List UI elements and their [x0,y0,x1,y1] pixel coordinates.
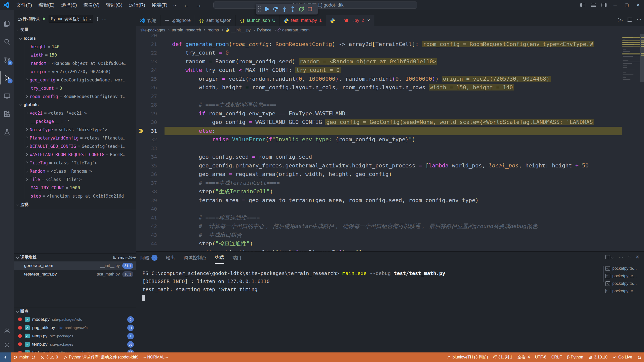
scope-globals[interactable]: globals [14,101,136,109]
variable-row[interactable]: room_config=RoomRequestConfig(env_t… [14,92,136,101]
python-version-item[interactable]: 3.10.10 [586,352,610,362]
menu-item-r[interactable]: 运行(R) [126,1,148,9]
sidebar-more-icon[interactable]: ⋯ [102,16,107,22]
minimap[interactable] [622,34,640,251]
variable-row[interactable]: __package__='' [14,117,136,125]
toggle-secondary-sidebar-icon[interactable] [601,3,607,7]
tab-close-icon[interactable]: × [367,18,370,23]
code-line-34[interactable]: 34 geo_config.seed = room_config.seed [136,153,644,161]
code-line-36[interactable]: 36 geo_area = request_area(origin, width… [136,170,644,179]
minimize-button[interactable]: ─ [609,0,621,10]
terminal-scrollbar[interactable] [603,266,604,282]
maximize-panel-icon[interactable] [628,256,631,258]
remote-indicator[interactable] [0,352,11,362]
breakpoint-checkbox[interactable]: ✓ [25,334,30,338]
code-line-20[interactable]: 20 [136,34,644,40]
step-over-button[interactable] [272,5,279,13]
code-line-25[interactable]: 25 origin = vec2i(random.randint(0, 1000… [136,75,644,83]
drag-grip-icon[interactable] [258,6,261,12]
git-branch-item[interactable]: main* [11,352,38,362]
code-line-31[interactable]: 31 else: [136,127,644,135]
eol-item[interactable]: CRLF [549,352,565,362]
terminal-session-item[interactable]: >_pocketpy te… [605,265,643,272]
notifications-bell-icon[interactable] [635,352,644,362]
gitlens-author-item[interactable]: blueloveTH (3 周前) [444,352,491,362]
code-line-41[interactable]: 41 # ====检查连通性==== [136,213,644,222]
restart-button[interactable] [298,5,305,13]
language-mode-item[interactable]: {} Python [565,352,586,362]
source-control-icon[interactable]: 3 [0,53,14,66]
tab-settingsjson[interactable]: {}settings.json [195,15,236,26]
panel-tab-问题[interactable]: 问题3 [140,252,157,264]
panel-more-icon[interactable]: ⋯ [619,254,623,260]
code-line-24[interactable]: 24 while try_count < MAX_TRY_COUNT:try_c… [136,66,644,75]
terminal-session-item[interactable]: >_pocketpy te… [605,272,643,280]
problems-item[interactable]: 3 0 [38,352,61,362]
encoding-item[interactable]: UTF-8 [532,352,549,362]
cursor-position-item[interactable]: 行 31, 列 1 [491,352,515,362]
toggle-panel-icon[interactable] [591,3,596,7]
menu-item-v[interactable]: 查看(V) [80,1,103,9]
code-line-28[interactable]: 28 # ====生成初始地理信息==== [136,101,644,109]
remote-explorer-icon[interactable] [0,89,14,103]
tab-__init__py[interactable]: __init__.py2× [326,15,374,26]
split-editor-icon[interactable] [627,18,632,22]
code-line-38[interactable]: 38 step("生成TerrainCell") [136,187,644,196]
variable-row[interactable]: MAX_TRY_COUNT=1000 [14,184,136,192]
variable-row[interactable]: geo_config=GeoConfig(seed=None, wor… [14,76,136,84]
extensions-icon[interactable] [0,108,14,121]
debug-config-dropdown[interactable]: Python 调试程序: 启 [49,15,93,23]
variable-row[interactable]: Random=<class 'Random'> [14,167,136,175]
breadcrumb-item[interactable]: terrain_research [172,28,201,32]
variable-row[interactable]: width=150 [14,51,136,59]
code-area[interactable]: 2021def generate_room(room_config: RoomR… [136,34,644,251]
breadcrumb-item[interactable]: generate_room [278,28,310,32]
variable-row[interactable]: Tile=<class 'Tile'> [14,175,136,184]
tab-[interactable]: 欢迎 [136,15,160,26]
code-line-29[interactable]: 29 if room_config.env_type == EnvType.WA… [136,109,644,118]
breakpoint-checkbox[interactable]: ✓ [25,350,30,352]
variable-row[interactable]: vec2i=<class 'vec2i'> [14,109,136,117]
panel-tab-终端[interactable]: 终端 [215,252,224,264]
code-line-23[interactable]: 23 random = Random(room_config.seed)rand… [136,57,644,66]
code-line-30[interactable]: 30 geo_config = WASTELAND_GEO_CONFIGgeo_… [136,118,644,127]
variable-row[interactable]: NoiseType=<class 'NoiseType'> [14,125,136,134]
menu-item-e[interactable]: 编辑(E) [35,1,58,9]
callstack-section-header[interactable]: 调用堆栈因 step 已暂停 [14,253,136,261]
settings-gear-icon[interactable] [0,338,14,351]
panel-tab-输出[interactable]: 输出 [166,252,175,264]
tab-gdignore[interactable]: .gdignore [160,15,195,26]
code-line-37[interactable]: 37 # ====生成TerrainCell==== [136,179,644,188]
editor-more-icon[interactable]: ⋯ [637,17,641,22]
variable-row[interactable]: height=140 [14,42,136,51]
stop-button[interactable] [306,5,314,13]
code-line-44[interactable]: 44 step("检查连通性") [136,239,644,248]
tab-test_mathpy[interactable]: test_math.py1 [280,15,326,26]
code-line-22[interactable]: 22 try_count = 0 [136,49,644,57]
callstack-frame[interactable]: test/test_math.pytest_math.py16:1 [14,270,136,279]
scrollbar-thumb[interactable] [640,34,644,82]
variable-row[interactable]: origin=vec2i(7205730, 9024468) [14,67,136,76]
breakpoint-row[interactable]: ✓model.pysite-packages\wfc6 [14,315,136,324]
code-line-26[interactable]: 26 width, height = room_config.layout.n_… [136,83,644,92]
nav-back-icon[interactable]: ← [180,2,192,9]
debug-status-item[interactable]: Python 调试程序: 启动文件 (godot-ldtk) [61,352,141,362]
step-out-button[interactable] [289,5,297,13]
testing-icon[interactable] [0,126,14,139]
breadcrumb-item[interactable]: rooms [208,28,219,32]
run-debug-icon[interactable]: 1 [0,71,14,84]
code-line-27[interactable]: 27 [136,92,644,101]
variable-row[interactable]: PlanetaryWindConfig=<class 'Planeta… [14,134,136,142]
menu-item-f[interactable]: 文件(F) [13,1,35,9]
toggle-sidebar-icon[interactable] [580,3,585,7]
menu-item-t[interactable]: 终端(T) [148,1,171,9]
code-line-43[interactable]: 43 # 生成出口组合 [136,231,644,240]
account-icon[interactable] [0,324,14,337]
code-line-42[interactable]: 42 # 计算每一个出口的中心， 然后使用astar生成路径， 确保每一个出口组… [136,222,644,231]
terminal-session-item[interactable]: >_pocketpy te… [605,287,643,295]
breadcrumb[interactable]: site-packagesterrain_researchrooms__init… [136,26,644,34]
indentation-item[interactable]: 空格: 4 [515,352,533,362]
go-live-item[interactable]: Go Live [610,352,635,362]
variable-row[interactable]: random=<Random object at 0x1bf9d01e… [14,59,136,67]
terminal-session-item[interactable]: >_pocketpy te… [605,280,643,287]
